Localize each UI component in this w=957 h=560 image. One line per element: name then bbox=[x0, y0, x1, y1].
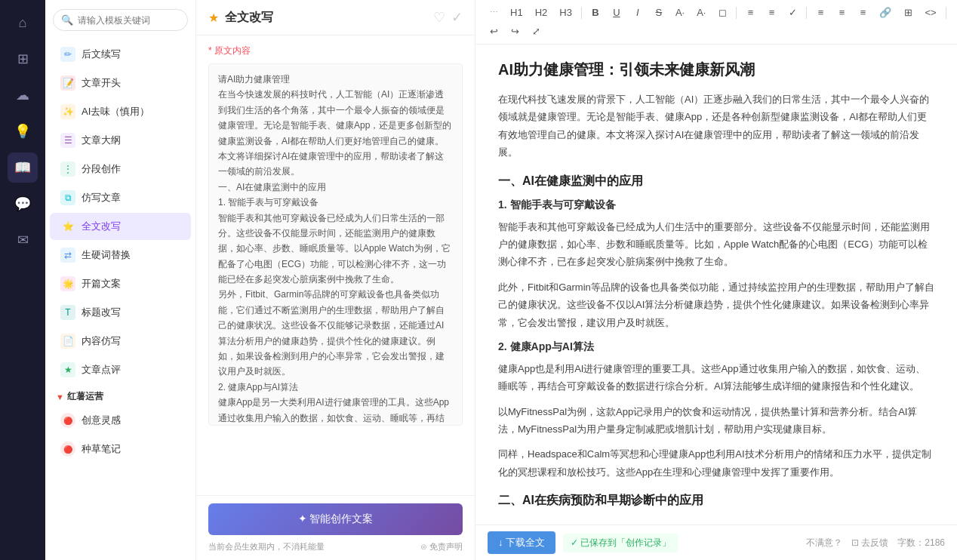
nav-item-AI去味[interactable]: ✨ AI去味（慎用） bbox=[50, 98, 191, 125]
nav-item-创意灵感[interactable]: 🔴 创意灵感 bbox=[50, 407, 191, 434]
word-count: 字数：2186 bbox=[897, 537, 945, 549]
saved-text: ✓ 已保存到「创作记录」 bbox=[571, 537, 671, 549]
nav-item-种草笔记[interactable]: 🔴 种草笔记 bbox=[50, 435, 191, 463]
toolbar-highlight-btn[interactable]: A· bbox=[692, 5, 710, 20]
search-bar[interactable]: 🔍 bbox=[53, 9, 188, 31]
section-label: 红薯运营 bbox=[67, 390, 103, 403]
toolbar-h3-btn[interactable]: H3 bbox=[555, 5, 577, 20]
nav-item-文章开头[interactable]: 📝 文章开头 bbox=[50, 69, 191, 97]
nav-label: 分段创作 bbox=[82, 162, 121, 176]
toolbar-link-btn[interactable]: 🔗 bbox=[875, 5, 896, 20]
nav-icon-文章点评: ★ bbox=[60, 362, 75, 377]
nav-item-全文改写[interactable]: ⭐ 全文改写 bbox=[50, 213, 191, 240]
toolbar-code-btn[interactable]: <> bbox=[920, 5, 940, 20]
toolbar-align-left-btn[interactable]: ≡ bbox=[811, 5, 829, 20]
toolbar-undo-btn[interactable]: ↩ bbox=[485, 23, 503, 39]
middle-footer: ✦ 智能创作文案 当前会员生效期内，不消耗能量 ⊙ 免责声明 bbox=[196, 495, 475, 560]
word-count-label: 字数： bbox=[897, 537, 925, 548]
nav-label: 文章开头 bbox=[82, 76, 121, 90]
nav-item-续写[interactable]: ✏ 后文续写 bbox=[50, 41, 191, 68]
search-input[interactable] bbox=[78, 15, 180, 26]
word-count-value: 2186 bbox=[925, 537, 945, 548]
original-label: * 原文内容 bbox=[208, 45, 463, 57]
nav-item-开篇文案[interactable]: 🌟 开篇文案 bbox=[50, 270, 191, 297]
section-h3-1: 1. 智能手表与可穿戴设备 bbox=[498, 198, 934, 212]
nav-label: 仿写文章 bbox=[82, 191, 121, 205]
sidebar-mail-icon[interactable]: ✉ bbox=[8, 225, 38, 255]
sidebar-home-icon[interactable]: ⌂ bbox=[8, 8, 38, 38]
download-button[interactable]: ↓ 下载全文 bbox=[488, 531, 555, 554]
toolbar-clear-btn[interactable]: ◻ bbox=[713, 5, 731, 20]
nav-label: 开篇文案 bbox=[82, 277, 121, 291]
middle-header-actions: ♡ ✓ bbox=[433, 9, 463, 26]
toolbar-align-center-btn[interactable]: ≡ bbox=[832, 5, 851, 20]
nav-label: 文章点评 bbox=[82, 363, 121, 377]
toolbar-check-btn[interactable]: ✓ bbox=[783, 5, 802, 20]
nav-item-文章大纲[interactable]: ☰ 文章大纲 bbox=[50, 127, 191, 154]
article-p2: 此外，Fitbit和Garmin等品牌的设备也具备类似功能，通过持续监控用户的生… bbox=[498, 278, 934, 331]
editor-content[interactable]: AI助力健康管理：引领未来健康新风潮 在现代科技飞速发展的背景下，人工智能（AI… bbox=[475, 45, 957, 525]
toolbar-bold-btn[interactable]: B bbox=[586, 5, 605, 20]
section-h2-1: 一、AI在健康监测中的应用 bbox=[498, 174, 934, 189]
toolbar-fullscreen-btn[interactable]: ⤢ bbox=[527, 23, 545, 39]
nav-label: 文章大纲 bbox=[82, 134, 121, 147]
section-h2-2: 二、AI在疾病预防和早期诊断中的应用 bbox=[498, 493, 934, 509]
nav-item-内容仿写[interactable]: 📄 内容仿写 bbox=[50, 328, 191, 355]
favorite-icon[interactable]: ♡ bbox=[433, 9, 445, 26]
nav-label: 种草笔记 bbox=[82, 442, 121, 456]
sidebar-chat-icon[interactable]: 💬 bbox=[8, 189, 38, 219]
check-circle-icon[interactable]: ✓ bbox=[451, 9, 463, 26]
toolbar-align-right-btn[interactable]: ≡ bbox=[854, 5, 872, 20]
toolbar-ordered-btn[interactable]: ≡ bbox=[762, 5, 780, 20]
nav-icon-分段创作: ⋮ bbox=[60, 162, 75, 177]
toolbar-table-btn[interactable]: ⊞ bbox=[899, 5, 917, 20]
toolbar-divider3 bbox=[806, 7, 807, 19]
smart-create-button[interactable]: ✦ 智能创作文案 bbox=[208, 503, 463, 535]
nav-label: 后文续写 bbox=[82, 48, 121, 61]
editor-footer: ↓ 下载全文 ✓ 已保存到「创作记录」 不满意？ ⊡ 去反馈 字数：2186 bbox=[475, 525, 957, 560]
nav-item-文章点评[interactable]: ★ 文章点评 bbox=[50, 356, 191, 383]
article-p4: 以MyFitnessPal为例，这款App记录用户的饮食和运动情况，提供热量计算… bbox=[498, 403, 934, 438]
nav-icon-文章大纲: ☰ bbox=[60, 133, 75, 148]
sidebar-book-icon[interactable]: 📖 bbox=[8, 152, 38, 183]
toolbar-divider2 bbox=[736, 7, 737, 19]
footer-note-right[interactable]: ⊙ 免责声明 bbox=[420, 541, 463, 552]
sidebar-cloud-icon[interactable]: ☁ bbox=[8, 80, 38, 110]
nav-label: 内容仿写 bbox=[82, 334, 121, 348]
nav-item-分段创作[interactable]: ⋮ 分段创作 bbox=[50, 155, 191, 183]
nav-icon-全文改写: ⭐ bbox=[60, 219, 75, 234]
nav-icon-种草笔记: 🔴 bbox=[60, 442, 75, 457]
nav-icon-标题改写: T bbox=[60, 305, 75, 320]
section-h3-2: 2. 健康App与AI算法 bbox=[498, 340, 934, 354]
saved-badge: ✓ 已保存到「创作记录」 bbox=[563, 534, 679, 552]
sidebar-template-icon[interactable]: ⊞ bbox=[8, 44, 38, 74]
toolbar-divider bbox=[581, 7, 582, 19]
toolbar-italic-btn[interactable]: I bbox=[629, 5, 647, 20]
original-text[interactable]: 请AI助力健康管理 在当今快速发展的科技时代，人工智能（AI）正逐渐渗透到我们生… bbox=[208, 63, 463, 426]
section-header[interactable]: ▼ 红薯运营 bbox=[45, 384, 195, 406]
toolbar-bullet-btn[interactable]: ≡ bbox=[741, 5, 759, 20]
article-p3: 健康App也是利用AI进行健康管理的重要工具。这些App通过收集用户输入的数据，… bbox=[498, 360, 934, 395]
nav-item-标题改写[interactable]: T 标题改写 bbox=[50, 299, 191, 326]
toolbar-underline-btn[interactable]: U bbox=[608, 5, 626, 20]
toolbar-divider4 bbox=[946, 7, 946, 19]
sidebar: ⌂ ⊞ ☁ 💡 📖 💬 ✉ bbox=[0, 0, 45, 560]
toolbar-font-color-btn[interactable]: A· bbox=[671, 5, 689, 20]
toolbar-redo-btn[interactable]: ↪ bbox=[506, 23, 524, 39]
middle-panel: ★ 全文改写 ♡ ✓ * 原文内容 请AI助力健康管理 在当今快速发展的科技时代… bbox=[196, 0, 475, 560]
toolbar-strike-btn[interactable]: S bbox=[650, 5, 668, 20]
nav-label: 全文改写 bbox=[82, 220, 121, 233]
nav-item-仿写文章[interactable]: ⧉ 仿写文章 bbox=[50, 184, 191, 211]
nav-icon-开篇文案: 🌟 bbox=[60, 276, 75, 291]
nav-icon-生硬词替换: ⇄ bbox=[60, 248, 75, 263]
article-p1: 智能手表和其他可穿戴设备已经成为人们生活中的重要部分。这些设备不仅能显示时间，还… bbox=[498, 218, 934, 271]
article-intro: 在现代科技飞速发展的背景下，人工智能（AI）正逐步融入我们的日常生活，其中一个最… bbox=[498, 91, 934, 162]
unsatisfied-text: 不满意？ bbox=[806, 537, 842, 549]
sidebar-bulb-icon[interactable]: 💡 bbox=[8, 116, 38, 146]
middle-header: ★ 全文改写 ♡ ✓ bbox=[196, 0, 475, 35]
toolbar-format-btn[interactable]: ⋯ bbox=[485, 5, 503, 20]
feedback-btn[interactable]: ⊡ 去反馈 bbox=[851, 537, 888, 549]
nav-item-生硬词替换[interactable]: ⇄ 生硬词替换 bbox=[50, 242, 191, 269]
toolbar-h2-btn[interactable]: H2 bbox=[531, 5, 552, 20]
toolbar-h1-btn[interactable]: H1 bbox=[506, 5, 528, 20]
